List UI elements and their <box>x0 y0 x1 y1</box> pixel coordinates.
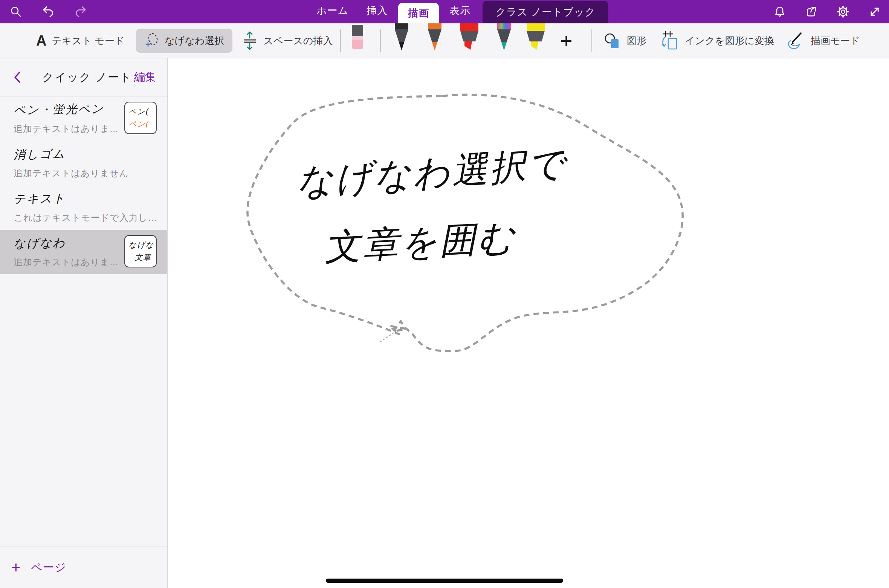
draw-mode-label: 描画モード <box>811 34 860 47</box>
eraser-tool[interactable] <box>348 25 367 51</box>
page-title: 消しゴム <box>14 144 168 163</box>
top-app-bar: ホーム 挿入 描画 表示 クラス ノートブック <box>0 0 889 23</box>
draw-ribbon: A テキスト モード なげなわ選択 <box>0 23 889 58</box>
shapes-label: 図形 <box>627 34 646 47</box>
page-list-sidebar: クイック ノート 編集 ペン・蛍光ペン 追加テキストはありま… ペン( ペン( … <box>0 58 168 588</box>
handwritten-ink-line: 文章を囲む <box>323 214 518 272</box>
page-subtitle: 追加テキストはありません <box>14 167 167 179</box>
page-row-pen-highlighter[interactable]: ペン・蛍光ペン 追加テキストはありま… ペン( ペン( <box>0 96 167 141</box>
history-controls <box>8 0 88 23</box>
lasso-selection-outline <box>168 58 889 588</box>
chevron-left-icon[interactable] <box>13 71 22 84</box>
plus-icon: + <box>11 559 21 577</box>
thumb-ink-line: なげな <box>129 239 156 251</box>
ink-to-shape-label: インクを図形に変換 <box>685 34 774 47</box>
ink-to-shape-button[interactable]: インクを図形に変換 <box>660 23 774 58</box>
ribbon-divider <box>340 29 341 52</box>
lasso-icon <box>144 32 160 49</box>
add-page-label: ページ <box>31 560 67 575</box>
text-mode-icon: A <box>36 33 46 49</box>
tab-view[interactable]: 表示 <box>440 4 480 23</box>
drawing-canvas[interactable]: なげなわ選択で 文章を囲む <box>168 58 889 588</box>
page-subtitle: これはテキストモードで入力し… <box>14 212 167 224</box>
page-row-text[interactable]: テキスト これはテキストモードで入力し… <box>0 185 167 230</box>
add-page-button[interactable]: + ページ <box>0 547 167 588</box>
search-icon[interactable] <box>8 4 23 19</box>
share-icon[interactable] <box>804 4 819 19</box>
insert-space-button[interactable]: スペースの挿入 <box>241 23 333 58</box>
thumb-ink-line: ペン( <box>129 118 156 130</box>
edit-button[interactable]: 編集 <box>134 70 156 85</box>
highlighter-yellow[interactable] <box>525 23 546 53</box>
pen-orange[interactable] <box>425 23 444 53</box>
page-row-lasso[interactable]: なげなわ 追加テキストはありま… なげな 文章を <box>0 230 167 274</box>
tab-home[interactable]: ホーム <box>307 4 357 23</box>
pen-black[interactable] <box>392 23 411 53</box>
add-pen-button[interactable]: + <box>560 23 573 58</box>
insert-space-icon <box>241 31 258 50</box>
thumb-ink-line: ペン( <box>129 105 156 118</box>
settings-icon[interactable] <box>836 4 851 19</box>
text-mode-button[interactable]: A テキスト モード <box>36 23 124 58</box>
draw-mode-icon <box>786 31 805 50</box>
insert-space-label: スペースの挿入 <box>263 34 333 47</box>
notebook-section-title: クイック ノート <box>42 70 132 85</box>
ink-to-shape-icon <box>660 30 680 51</box>
ribbon-divider <box>591 29 592 52</box>
onenote-app: ホーム 挿入 描画 表示 クラス ノートブック <box>0 0 889 588</box>
thumb-ink-line: 文章を <box>129 251 156 267</box>
window-controls <box>772 0 882 23</box>
page-thumbnail: ペン( ペン( <box>124 102 157 134</box>
home-indicator[interactable] <box>326 579 563 583</box>
shapes-icon <box>603 32 622 50</box>
tab-insert[interactable]: 挿入 <box>357 4 397 23</box>
shapes-button[interactable]: 図形 <box>603 23 646 58</box>
tab-draw[interactable]: 描画 <box>398 3 439 23</box>
ribbon-tabs: ホーム 挿入 描画 表示 クラス ノートブック <box>307 0 608 23</box>
undo-icon[interactable] <box>41 4 56 19</box>
draw-mode-button[interactable]: 描画モード <box>786 23 860 58</box>
text-mode-label: テキスト モード <box>52 34 124 47</box>
sidebar-header: クイック ノート 編集 <box>0 58 167 96</box>
lasso-label: なげなわ選択 <box>165 34 224 47</box>
tab-class-notebook[interactable]: クラス ノートブック <box>483 1 608 23</box>
fullscreen-icon[interactable] <box>867 4 882 19</box>
pen-galaxy[interactable] <box>495 23 513 53</box>
lasso-select-button[interactable]: なげなわ選択 <box>136 29 232 53</box>
highlighter-red[interactable] <box>459 23 480 53</box>
page-row-eraser[interactable]: 消しゴム 追加テキストはありません <box>0 141 167 185</box>
bell-icon[interactable] <box>772 4 787 19</box>
page-thumbnail: なげな 文章を <box>124 235 157 267</box>
ribbon-divider <box>380 29 381 52</box>
redo-icon[interactable] <box>73 4 88 19</box>
page-title: テキスト <box>14 189 168 207</box>
